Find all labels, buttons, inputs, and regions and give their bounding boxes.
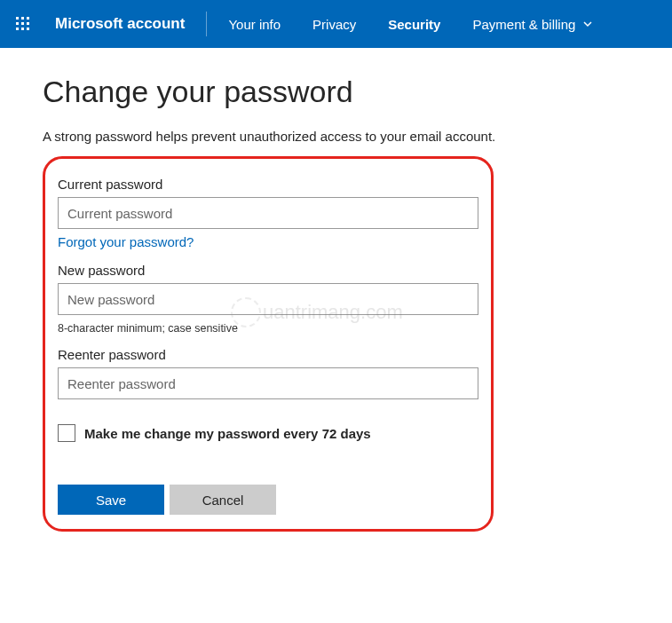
header-bar: Microsoft account Your info Privacy Secu… bbox=[0, 0, 672, 48]
cancel-button[interactable]: Cancel bbox=[170, 485, 276, 515]
nav-security[interactable]: Security bbox=[372, 0, 456, 48]
forgot-password-link[interactable]: Forgot your password? bbox=[58, 234, 194, 249]
current-password-label: Current password bbox=[58, 177, 478, 192]
svg-rect-3 bbox=[16, 22, 19, 25]
svg-rect-2 bbox=[27, 17, 29, 20]
page-subtitle: A strong password helps prevent unauthor… bbox=[43, 129, 629, 144]
password-hint: 8-character minimum; case sensitive bbox=[58, 322, 478, 335]
svg-rect-0 bbox=[16, 17, 19, 20]
force-change-checkbox[interactable] bbox=[58, 424, 75, 442]
svg-rect-8 bbox=[27, 28, 29, 30]
new-password-label: New password bbox=[58, 263, 478, 278]
svg-rect-7 bbox=[21, 28, 24, 30]
svg-rect-1 bbox=[21, 17, 24, 20]
page-title: Change your password bbox=[43, 75, 629, 109]
app-launcher-icon[interactable] bbox=[7, 8, 39, 40]
new-password-input[interactable] bbox=[58, 283, 478, 315]
nav-payment-billing[interactable]: Payment & billing bbox=[456, 0, 609, 48]
svg-rect-5 bbox=[27, 22, 29, 25]
nav-your-info[interactable]: Your info bbox=[212, 0, 296, 48]
svg-rect-4 bbox=[21, 22, 24, 25]
password-form-highlight: Current password Forgot your password? N… bbox=[43, 156, 494, 532]
reenter-password-input[interactable] bbox=[58, 367, 478, 399]
reenter-password-label: Reenter password bbox=[58, 347, 478, 362]
brand-title[interactable]: Microsoft account bbox=[55, 15, 185, 33]
content-area: Change your password A strong password h… bbox=[0, 48, 672, 558]
button-row: Save Cancel bbox=[58, 485, 478, 515]
svg-rect-6 bbox=[16, 28, 19, 30]
checkbox-row: Make me change my password every 72 days bbox=[58, 424, 478, 442]
save-button[interactable]: Save bbox=[58, 485, 164, 515]
nav-payment-billing-label: Payment & billing bbox=[472, 17, 575, 32]
header-divider bbox=[206, 12, 207, 36]
current-password-input[interactable] bbox=[58, 197, 478, 229]
force-change-label: Make me change my password every 72 days bbox=[84, 426, 371, 441]
chevron-down-icon bbox=[582, 17, 593, 32]
nav-privacy[interactable]: Privacy bbox=[296, 0, 372, 48]
